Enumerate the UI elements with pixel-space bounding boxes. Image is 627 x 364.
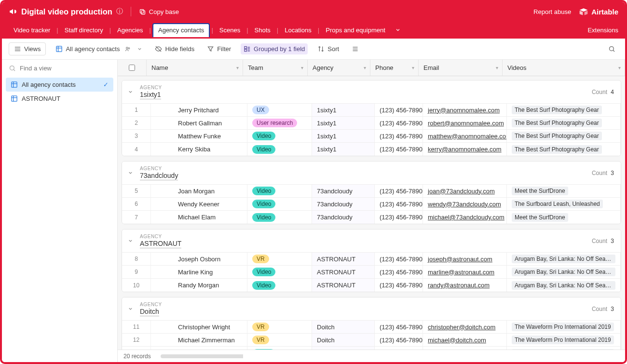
cell-email[interactable]: wendy@73andcloudy.com (423, 198, 507, 210)
cell-agency[interactable]: 73andcloudy (312, 211, 375, 224)
extensions-button[interactable]: Extensions (587, 27, 618, 34)
cell-phone[interactable]: (123) 456-7890 (375, 266, 423, 278)
cell-phone[interactable]: (123) 456-7890 (375, 279, 423, 292)
table-row[interactable]: 6Wendy KeenerVideo73andcloudy(123) 456-7… (122, 198, 621, 211)
find-view[interactable] (2, 60, 117, 77)
chevron-down-icon[interactable] (392, 27, 404, 33)
cell-agency[interactable]: ASTRONAUT (312, 253, 375, 265)
chevron-down-icon[interactable] (128, 306, 133, 311)
tab-agencies[interactable]: Agencies (112, 24, 148, 37)
cell-email[interactable]: michael@73andcloudy.com (423, 211, 507, 224)
cell-videos[interactable]: The Surfboard Leash, Unleashed (507, 198, 621, 210)
column-header-videos[interactable]: Videos▾ (503, 60, 625, 76)
hide-fields-button[interactable]: Hide fields (152, 43, 197, 54)
cell-agency[interactable]: ASTRONAUT (312, 279, 375, 292)
airtable-logo[interactable]: Airtable (579, 7, 618, 16)
table-row[interactable]: 10Randy MorganVideoASTRONAUT(123) 456-78… (122, 279, 621, 292)
cell-team[interactable]: Video (247, 185, 312, 197)
cell-videos[interactable]: The Waveform Pro International 2019 (507, 321, 621, 333)
cell-team[interactable]: VR (247, 321, 312, 333)
select-all-cell[interactable] (118, 60, 147, 76)
cell-videos[interactable]: The Best Surf Photography Gear (507, 104, 621, 116)
cell-name[interactable]: Marline King (151, 266, 247, 278)
cell-agency[interactable]: ASTRONAUT (312, 266, 375, 278)
select-all-checkbox[interactable] (129, 65, 135, 71)
cell-name[interactable]: Robert Gallman (151, 117, 247, 129)
cell-team[interactable]: Video (247, 211, 312, 224)
table-row[interactable]: 11Christopher WrightVRDoitch(123) 456-78… (122, 321, 621, 334)
chevron-down-icon[interactable]: ▾ (618, 65, 621, 70)
table-row[interactable]: 2Robert GallmanUser research1sixty1(123)… (122, 117, 621, 130)
cell-videos[interactable]: Meet the SurfDrone (507, 185, 621, 197)
column-header-email[interactable]: Email▾ (419, 60, 503, 76)
cell-videos[interactable]: Meet the SurfDrone (507, 211, 621, 224)
current-view-button[interactable]: All agency contacts (53, 43, 145, 54)
horizontal-scrollbar[interactable] (161, 354, 619, 358)
cell-name[interactable]: Matthew Funke (151, 130, 247, 142)
view-item-all-agency-contacts[interactable]: All agency contacts✓ (6, 78, 113, 92)
cell-email[interactable]: matthew@anomnomalee.com (423, 130, 507, 142)
chevron-down-icon[interactable] (128, 238, 133, 243)
chevron-down-icon[interactable]: ▾ (412, 65, 414, 70)
cell-email[interactable]: jerry@anomnomalee.com (423, 104, 507, 116)
cell-phone[interactable]: (123) 456-7890 (375, 253, 423, 265)
cell-videos[interactable]: Arugam Bay, Sri Lanka: No Off Season (507, 266, 621, 278)
chevron-down-icon[interactable]: ▾ (364, 65, 366, 70)
cell-name[interactable]: Wendy Keener (151, 198, 247, 210)
cell-team[interactable]: Video (247, 266, 312, 278)
cell-team[interactable]: UX (247, 104, 312, 116)
cell-team[interactable]: Video (247, 198, 312, 210)
cell-email[interactable]: joseph@astronaut.com (423, 253, 507, 265)
cell-name[interactable]: Michael Elam (151, 211, 247, 224)
chevron-down-icon[interactable]: ▾ (496, 65, 498, 70)
table-row[interactable]: 9Marline KingVideoASTRONAUT(123) 456-789… (122, 266, 621, 279)
cell-team[interactable]: Video (247, 143, 312, 156)
cell-name[interactable]: Joseph Osborn (151, 253, 247, 265)
cell-team[interactable]: Video (247, 130, 312, 142)
cell-videos[interactable]: Arugam Bay, Sri Lanka: No Off Season (507, 279, 621, 292)
cell-phone[interactable]: (123) 456-7890 (375, 321, 423, 333)
tab-video-tracker[interactable]: Video tracker (9, 24, 55, 37)
cell-phone[interactable]: (123) 456-7890 (375, 185, 423, 197)
cell-agency[interactable]: 1sixty1 (312, 117, 375, 129)
cell-phone[interactable]: (123) 456-7890 (375, 334, 423, 346)
cell-email[interactable]: christopher@doitch.com (423, 321, 507, 333)
cell-agency[interactable]: Doitch (312, 321, 375, 333)
info-icon[interactable]: ⓘ (116, 7, 123, 16)
cell-name[interactable]: Kerry Skiba (151, 143, 247, 156)
sort-button[interactable]: Sort (314, 43, 342, 54)
cell-agency[interactable]: 1sixty1 (312, 104, 375, 116)
cell-phone[interactable]: (123) 456-7890 (375, 143, 423, 156)
table-row[interactable]: 12Michael ZimmermanVRDoitch(123) 456-789… (122, 334, 621, 347)
cell-name[interactable]: Joan Morgan (151, 185, 247, 197)
cell-email[interactable]: marline@astronaut.com (423, 266, 507, 278)
cell-agency[interactable]: 73andcloudy (312, 185, 375, 197)
cell-team[interactable]: User research (247, 117, 312, 129)
chevron-down-icon[interactable] (128, 170, 133, 175)
cell-agency[interactable]: 1sixty1 (312, 143, 375, 156)
cell-name[interactable]: Randy Morgan (151, 279, 247, 292)
cell-videos[interactable]: The Best Surf Photography Gear (507, 143, 621, 156)
chevron-down-icon[interactable] (128, 89, 133, 94)
views-button[interactable]: Views (9, 42, 46, 55)
cell-name[interactable]: Michael Zimmerman (151, 334, 247, 346)
cell-videos[interactable]: The Waveform Pro International 2019 (507, 334, 621, 346)
column-header-team[interactable]: Team▾ (243, 60, 308, 76)
cell-team[interactable]: VR (247, 334, 312, 346)
cell-agency[interactable]: Doitch (312, 334, 375, 346)
cell-videos[interactable]: The Best Surf Photography Gear (507, 130, 621, 142)
table-row[interactable]: 7Michael ElamVideo73andcloudy(123) 456-7… (122, 211, 621, 224)
column-header-phone[interactable]: Phone▾ (370, 60, 419, 76)
cell-phone[interactable]: (123) 456-7890 (375, 211, 423, 224)
base-title[interactable]: Digital video production (21, 7, 112, 16)
group-button[interactable]: Grouped by 1 field (241, 43, 308, 54)
cell-team[interactable]: Video (247, 279, 312, 292)
tab-scenes[interactable]: Scenes (215, 24, 245, 37)
copy-base-button[interactable]: Copy base (139, 8, 179, 15)
filter-button[interactable]: Filter (204, 43, 234, 54)
cell-videos[interactable]: The Best Surf Photography Gear (507, 117, 621, 129)
find-view-input[interactable] (20, 65, 110, 72)
table-row[interactable]: 8Joseph OsbornVRASTRONAUT(123) 456-7890j… (122, 253, 621, 266)
tab-agency-contacts[interactable]: Agency contacts (152, 23, 210, 37)
table-row[interactable]: 5Joan MorganVideo73andcloudy(123) 456-78… (122, 185, 621, 198)
